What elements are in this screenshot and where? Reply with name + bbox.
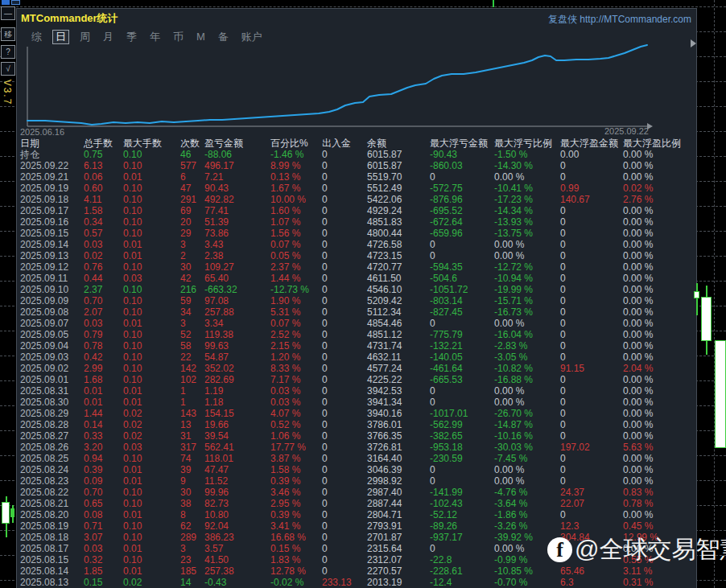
tab-0[interactable]: 综 — [29, 31, 44, 43]
table-cell: -1017.01 — [430, 408, 494, 419]
table-cell: 2998.92 — [367, 475, 430, 487]
table-cell: 3046.39 — [367, 464, 430, 475]
tab-2[interactable]: 周 — [77, 31, 93, 43]
table-cell: 4632.11 — [367, 352, 430, 363]
table-row: 2025.09.082.070.1034257.885.31 %05112.34… — [20, 306, 698, 318]
help-button[interactable]: ? — [1, 45, 15, 59]
table-cell: 2025.09.16 — [20, 216, 84, 228]
table-cell: 2025.09.07 — [20, 318, 84, 329]
table-cell: 2.76 % — [623, 194, 698, 205]
table-cell: 0.03 % — [270, 397, 322, 408]
table-cell: 0.00 % — [623, 475, 698, 487]
table-cell: 233.13 — [322, 577, 367, 588]
table-cell: -1.46 % — [270, 149, 322, 160]
table-cell: 0 — [322, 306, 367, 318]
table-cell: 4800.44 — [367, 228, 430, 239]
tab-1[interactable]: 日 — [52, 30, 69, 44]
table-cell: 0 — [322, 183, 367, 194]
table-cell: 6015.87 — [367, 160, 430, 171]
table-cell: -12.4 — [430, 577, 494, 588]
table-cell: 0 — [430, 475, 494, 487]
table-cell: 2025.09.22 — [20, 160, 84, 171]
table-cell: -594.35 — [430, 261, 494, 273]
tab-6[interactable]: 币 — [171, 31, 186, 43]
table-cell: 0 — [430, 239, 494, 250]
table-cell: -13.93 % — [494, 216, 560, 228]
table-cell: 3 — [180, 318, 204, 329]
table-cell: 最大浮盈金额 — [560, 138, 623, 149]
table-cell: 0.70 — [84, 487, 123, 498]
table-cell: 0.00 % — [623, 453, 698, 464]
table-cell: -860.03 — [430, 160, 494, 171]
tab-9[interactable]: 账户 — [239, 31, 265, 43]
tab-4[interactable]: 季 — [124, 31, 139, 43]
table-cell: 3.20 — [84, 442, 123, 453]
table-cell: 30 — [180, 487, 204, 498]
table-cell: 23 — [180, 554, 204, 565]
tab-3[interactable]: 月 — [101, 31, 116, 43]
table-cell: 2.38 — [204, 250, 270, 261]
table-cell: 0 — [322, 464, 367, 475]
candlestick — [715, 340, 726, 448]
table-cell: 2025.09.09 — [20, 295, 84, 306]
table-row: 2025.08.130.150.0214-0.43-0.02 %233.1320… — [20, 577, 698, 588]
table-cell: 2.37 % — [270, 261, 322, 273]
table-cell: 2312.07 — [367, 554, 430, 565]
table-cell: -140.05 — [430, 352, 494, 363]
table-cell: -0.70 % — [494, 577, 560, 588]
move-button[interactable]: 移 — [1, 27, 15, 41]
table-cell: 0 — [322, 543, 367, 554]
window-icon[interactable] — [2, 0, 10, 5]
table-row: 2025.08.250.940.1074118.013.87 %03164.40… — [20, 453, 698, 464]
tab-5[interactable]: 年 — [147, 31, 163, 43]
table-cell: -0.43 — [204, 577, 270, 588]
table-cell: 1.68 — [84, 374, 123, 385]
table-cell: 2013.19 — [367, 577, 430, 588]
table-cell: -876.96 — [430, 194, 494, 205]
table-cell: 8.99 % — [270, 160, 322, 171]
table-cell: 99.63 — [204, 340, 270, 352]
daily-stats-table: 日期总手数最大手数次数盈亏金额百分比%出入金余额最大浮亏金额最大浮亏比例最大浮盈… — [20, 138, 698, 588]
table-cell: 92.04 — [204, 520, 270, 532]
table-cell: 0 — [322, 385, 367, 397]
table-cell: 1.18 — [204, 397, 270, 408]
table-cell: 142 — [180, 363, 204, 374]
table-cell: 0 — [322, 475, 367, 487]
table-cell: 2025.08.14 — [20, 565, 84, 577]
table-cell: 0.00 % — [623, 352, 698, 363]
table-cell: 0 — [322, 374, 367, 385]
table-cell: 0 — [322, 363, 367, 374]
table-cell: 3 — [180, 239, 204, 250]
table-cell: -10.94 % — [494, 273, 560, 284]
table-cell: 最大手数 — [123, 138, 180, 149]
table-cell: 12.78 % — [270, 565, 322, 577]
tab-7[interactable]: M — [194, 31, 208, 43]
table-cell: 最大浮亏比例 — [494, 138, 560, 149]
check-button[interactable]: √ — [1, 62, 15, 76]
table-cell: 5512.49 — [367, 183, 430, 194]
table-cell: 0.39 — [84, 464, 123, 475]
panel-edge-arrow-icon[interactable] — [691, 39, 696, 47]
table-cell: 0.14 — [84, 419, 123, 430]
table-cell: 0.10 — [123, 261, 180, 273]
table-cell: 0 — [322, 318, 367, 329]
chart-axes — [27, 47, 650, 126]
table-cell: 0.03 — [123, 273, 180, 284]
minimize-button[interactable]: — — [1, 6, 15, 20]
table-cell: 51.39 — [204, 216, 270, 228]
table-cell: 34 — [180, 306, 204, 318]
table-cell: 余额 — [367, 138, 430, 149]
table-row: 2025.09.090.700.105997.081.90 %05209.42-… — [20, 295, 698, 306]
table-row: 2025.09.210.060.0167.210.13 %05519.7000.… — [20, 171, 698, 183]
table-cell: 0 — [560, 374, 623, 385]
table-cell: -12.72 % — [494, 261, 560, 273]
table-cell: 2025.09.13 — [20, 250, 84, 261]
tab-8[interactable]: 备 — [216, 31, 231, 43]
table-cell: 0.00 % — [494, 397, 560, 408]
table-cell: 0.09 — [84, 475, 123, 487]
table-cell: 0.34 — [84, 216, 123, 228]
table-cell: 3.11 % — [623, 565, 698, 577]
table-cell: -88.06 — [204, 149, 270, 160]
window-icon[interactable] — [11, 0, 20, 5]
table-cell: 0 — [560, 160, 623, 171]
